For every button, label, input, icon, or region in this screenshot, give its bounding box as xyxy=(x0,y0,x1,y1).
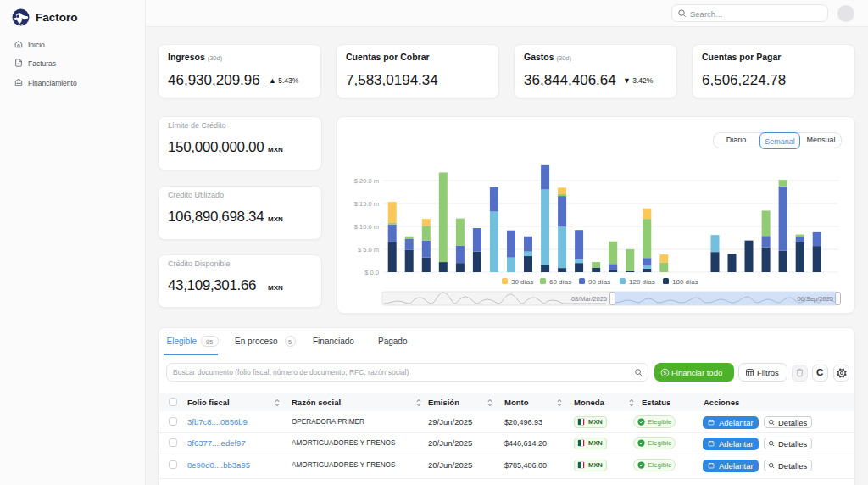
svg-text:$ 20.0 m: $ 20.0 m xyxy=(354,177,379,185)
svg-text:120 días: 120 días xyxy=(629,278,655,286)
svg-text:06/Sep/2025: 06/Sep/2025 xyxy=(797,295,833,303)
svg-text:08/Mar/2025: 08/Mar/2025 xyxy=(571,295,607,303)
svg-text:90 días: 90 días xyxy=(588,278,610,286)
svg-text:$ 10.0 m: $ 10.0 m xyxy=(354,223,379,231)
svg-text:30 días: 30 días xyxy=(511,278,533,286)
svg-text:180 días: 180 días xyxy=(672,278,698,286)
svg-text:$ 5.0 m: $ 5.0 m xyxy=(358,246,379,254)
svg-text:60 días: 60 días xyxy=(549,278,571,286)
svg-text:$ 15.0 m: $ 15.0 m xyxy=(354,200,379,208)
svg-text:$ 0.0: $ 0.0 xyxy=(364,269,379,276)
